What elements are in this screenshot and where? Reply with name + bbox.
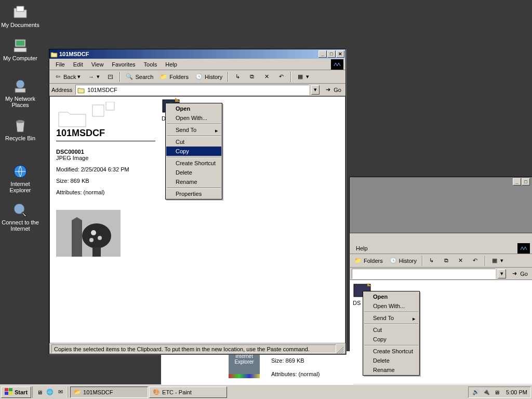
toolbar-history[interactable]: 🕓History: [387, 256, 419, 266]
task-button-101msdcf[interactable]: 📂 101MSDCF: [70, 387, 148, 398]
copyto-icon: ⧉: [248, 73, 256, 81]
toolbar-moveto[interactable]: ↳: [425, 256, 438, 266]
maximize-button[interactable]: □: [327, 50, 336, 58]
tray-network-icon[interactable]: 🔌: [482, 388, 490, 396]
folder-open-icon: [50, 50, 58, 58]
ql-ie-icon[interactable]: 🌐: [45, 388, 55, 397]
ql-outlook-icon[interactable]: ✉: [56, 388, 65, 397]
menu-help[interactable]: Help: [352, 244, 372, 252]
desktop-icon-my-computer[interactable]: My Computer: [1, 37, 39, 61]
task-buttons: 📂 101MSDCF 🎨 ETC - Paint: [68, 387, 468, 398]
svg-point-16: [91, 230, 96, 235]
context-item-cut[interactable]: Cut: [166, 137, 221, 147]
ql-show-desktop-icon[interactable]: 🖥: [35, 388, 44, 397]
context-item-cut[interactable]: Cut: [364, 325, 419, 335]
address-field[interactable]: [352, 269, 496, 279]
address-dropdown[interactable]: ▾: [498, 269, 506, 278]
context-item-create-shortcut[interactable]: Create Shortcut: [166, 158, 221, 168]
minimize-button[interactable]: _: [318, 50, 327, 58]
context-item-rename[interactable]: Rename: [166, 177, 221, 187]
desktop-icon-network-places[interactable]: My Network Places: [1, 78, 39, 108]
size-line: Size: 869 KB: [56, 178, 155, 184]
system-tray: 🔊 🔌 🖥 5:00 PM: [468, 387, 531, 398]
context-item-rename[interactable]: Rename: [364, 365, 419, 375]
svg-point-6: [16, 120, 24, 123]
close-button[interactable]: ✕: [336, 50, 344, 58]
minimize-button[interactable]: _: [513, 178, 521, 185]
svg-point-18: [89, 238, 94, 242]
tray-volume-icon[interactable]: 🔊: [472, 388, 480, 396]
quick-launch: 🖥 🌐 ✉: [32, 387, 68, 398]
address-dropdown[interactable]: ▾: [311, 85, 320, 95]
context-item-open[interactable]: Open: [166, 104, 221, 113]
maximize-button[interactable]: □: [522, 178, 530, 185]
menu-help[interactable]: Help: [161, 60, 181, 69]
moveto-icon: ↳: [233, 73, 242, 81]
desktop-icon-internet-explorer[interactable]: Internet Explorer: [1, 163, 39, 193]
toolbar-undo[interactable]: ↶: [275, 72, 287, 82]
context-item-delete[interactable]: Delete: [166, 168, 221, 177]
svg-rect-9: [519, 245, 528, 252]
toolbar-back[interactable]: ⇦Back ▾: [51, 72, 83, 82]
context-item-copy[interactable]: Copy: [166, 147, 221, 156]
context-item-send-to[interactable]: Send To▸: [166, 125, 221, 135]
resize-grip[interactable]: [336, 344, 343, 353]
context-item-send-to[interactable]: Send To▸: [364, 313, 419, 323]
tray-display-icon[interactable]: 🖥: [493, 388, 501, 396]
toolbar-copyto[interactable]: ⧉: [440, 256, 453, 266]
ie-banner: Internet Explorer: [229, 351, 260, 374]
menu-favorites[interactable]: Favorites: [108, 60, 139, 69]
toolbar-views[interactable]: ▦▾: [488, 256, 506, 266]
context-item-create-shortcut[interactable]: Create Shortcut: [364, 347, 419, 356]
undo-icon: ↶: [277, 73, 285, 81]
tray-clock[interactable]: 5:00 PM: [503, 389, 527, 395]
toolbar-views[interactable]: ▦▾: [294, 72, 311, 82]
task-button-etc-paint[interactable]: 🎨 ETC - Paint: [149, 387, 227, 398]
toolbar-search[interactable]: 🔍Search: [123, 72, 155, 82]
context-item-copy[interactable]: Copy: [364, 335, 419, 344]
recycle-bin-icon: [12, 117, 29, 134]
address-field[interactable]: 101MSDCF: [75, 85, 309, 95]
svg-rect-13: [106, 102, 114, 110]
copyto-icon: ⧉: [442, 257, 450, 265]
svg-rect-26: [9, 392, 12, 395]
svg-point-4: [16, 80, 24, 88]
toolbar-moveto[interactable]: ↳: [231, 72, 244, 82]
titlebar[interactable]: 101MSDCF _ □ ✕: [49, 49, 345, 59]
toolbar-copyto[interactable]: ⧉: [246, 72, 258, 82]
toolbar-undo[interactable]: ↶: [469, 256, 482, 266]
toolbar-up[interactable]: ⮹: [104, 72, 116, 82]
context-separator: [167, 136, 221, 136]
context-item-open-with-[interactable]: Open With...: [166, 113, 221, 123]
context-item-properties[interactable]: Properties: [166, 189, 221, 198]
toolbar-history[interactable]: 🕓History: [193, 72, 224, 82]
context-item-open-with-[interactable]: Open With...: [364, 301, 419, 311]
context-item-open[interactable]: Open: [364, 292, 419, 301]
start-button[interactable]: Start: [1, 387, 31, 398]
windows-logo-icon: [5, 388, 13, 396]
toolbar-forward[interactable]: →▾: [85, 72, 102, 82]
svg-rect-24: [9, 388, 12, 391]
svg-point-17: [98, 236, 102, 240]
context-menu-secondary: OpenOpen With...Send To▸CutCopyCreate Sh…: [363, 291, 420, 376]
toolbar-folders[interactable]: 📁Folders: [352, 256, 385, 266]
context-item-delete[interactable]: Delete: [364, 356, 419, 365]
go-button[interactable]: ➜Go: [508, 270, 530, 278]
menu-edit[interactable]: Edit: [69, 60, 87, 69]
menu-file[interactable]: File: [51, 60, 69, 69]
desktop-icon-connect-internet[interactable]: Connect to the Internet: [1, 202, 39, 232]
desktop-icon-my-documents[interactable]: My Documents: [1, 4, 39, 28]
menu-tools[interactable]: Tools: [140, 60, 162, 69]
addressbar: Address 101MSDCF ▾ ➜Go: [49, 84, 345, 96]
go-button[interactable]: ➜Go: [322, 86, 343, 94]
desktop-icon-recycle-bin[interactable]: Recycle Bin: [1, 117, 39, 141]
size-line: Size: 869 KB: [271, 357, 304, 364]
toolbar-delete[interactable]: ✕: [260, 72, 273, 82]
folder-graphic-icon: [56, 102, 155, 128]
menu-view[interactable]: View: [87, 60, 108, 69]
modified-line: Modified: 2/25/2004 6:32 PM: [56, 166, 155, 172]
folder-name-heading: 101MSDCF: [56, 128, 155, 141]
toolbar-folders[interactable]: 📁Folders: [157, 72, 191, 82]
toolbar-delete[interactable]: ✕: [455, 256, 467, 266]
ie-throbber-icon: [331, 59, 343, 70]
